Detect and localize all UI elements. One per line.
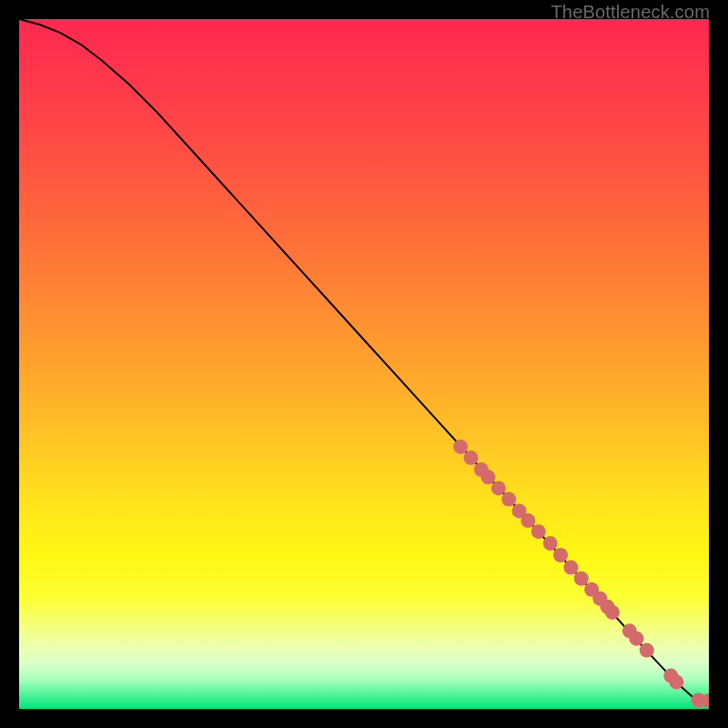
- data-point: [640, 643, 654, 658]
- plot-area: [19, 19, 709, 709]
- chart-stage: TheBottleneck.com: [0, 0, 728, 728]
- data-point: [543, 536, 558, 551]
- data-point: [453, 440, 468, 454]
- data-point: [563, 561, 578, 575]
- data-point: [491, 480, 506, 495]
- watermark-text: TheBottleneck.com: [551, 2, 710, 23]
- data-point: [501, 492, 516, 507]
- data-point: [629, 632, 643, 646]
- data-point: [574, 571, 589, 586]
- data-point: [553, 548, 568, 562]
- data-point: [463, 450, 478, 465]
- chart-svg: [19, 19, 709, 709]
- data-point: [480, 470, 495, 484]
- data-point: [521, 513, 535, 528]
- data-point: [605, 605, 620, 620]
- data-point: [669, 674, 683, 689]
- data-point: [531, 524, 546, 539]
